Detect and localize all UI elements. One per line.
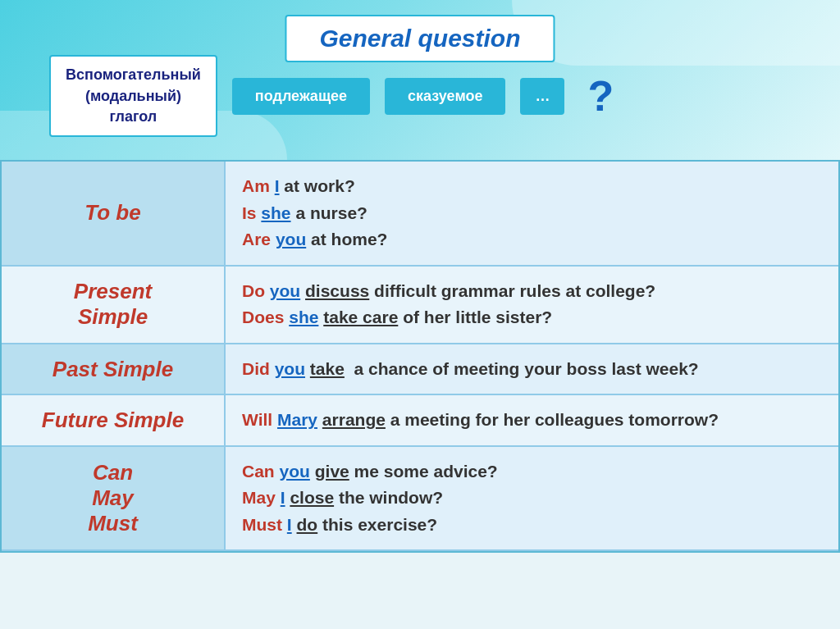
aux-verb: Must: [242, 515, 282, 534]
label-to-be: To be: [8, 200, 217, 226]
table-row: Can May Must Can you give me some advice…: [2, 446, 838, 551]
subject: she: [289, 308, 318, 326]
example-to-be-1: Am I at work?: [242, 173, 822, 200]
content-cell-future-simple: Will Mary arrange a meeting for her coll…: [225, 394, 838, 446]
formula-predicate: сказуемое: [385, 78, 505, 115]
example-modal-2: May I close the window?: [242, 485, 822, 512]
example-future-simple-1: Will Mary arrange a meeting for her coll…: [242, 407, 822, 434]
verb: give: [315, 462, 349, 481]
example-modal-3: Must I do this exercise?: [242, 512, 822, 539]
label-cell-modal: Can May Must: [2, 446, 225, 551]
table-row: To be Am I at work? Is she a nurse? Are …: [2, 162, 838, 266]
content-cell-present-simple: Do you discuss difficult grammar rules a…: [225, 266, 838, 344]
verb: discuss: [305, 281, 369, 300]
subject: Mary: [277, 410, 317, 429]
example-present-simple-1: Do you discuss difficult grammar rules a…: [242, 278, 822, 305]
label-past-simple: Past Simple: [8, 357, 217, 382]
table-row: Past Simple Did you take a chance of mee…: [2, 344, 838, 395]
subject: she: [261, 203, 290, 222]
label-can: Can: [8, 460, 217, 485]
header-area: General question Вспомогательный (модаль…: [0, 0, 840, 160]
label-present-simple-2: Simple: [8, 304, 217, 330]
formula-row: Вспомогательный (модальный) глагол подле…: [49, 55, 614, 137]
content-cell-modal: Can you give me some advice? May I close…: [225, 446, 838, 551]
page-title: General question: [319, 25, 520, 52]
example-present-simple-2: Does she take care of her little sister?: [242, 304, 822, 331]
question-mark-icon: ?: [587, 71, 614, 121]
aux-verb: Am: [242, 176, 270, 195]
label-cell-to-be: To be: [2, 162, 225, 266]
label-cell-present-simple: Present Simple: [2, 266, 225, 344]
aux-verb: May: [242, 488, 276, 507]
content-cell-to-be: Am I at work? Is she a nurse? Are you at…: [225, 162, 838, 266]
example-to-be-3: Are you at home?: [242, 226, 822, 253]
example-past-simple-1: Did you take a chance of meeting your bo…: [242, 356, 822, 383]
label-future-simple: Future Simple: [8, 408, 217, 433]
aux-verb: Is: [242, 203, 257, 222]
subject: I: [275, 176, 280, 195]
aux-verb: Are: [242, 230, 271, 248]
verb: take: [310, 359, 345, 378]
formula-aux-verb: Вспомогательный (модальный) глагол: [49, 55, 217, 137]
aux-verb: Will: [242, 410, 272, 429]
verb: take care: [323, 308, 398, 326]
grammar-table: To be Am I at work? Is she a nurse? Are …: [2, 162, 838, 551]
table-row: Present Simple Do you discuss difficult …: [2, 266, 838, 344]
label-present-simple: Present: [8, 279, 217, 304]
example-to-be-2: Is she a nurse?: [242, 200, 822, 227]
label-may: May: [8, 485, 217, 511]
table-row: Future Simple Will Mary arrange a meetin…: [2, 394, 838, 446]
aux-verb: Do: [242, 281, 265, 300]
aux-verb: Can: [242, 462, 275, 481]
aux-verb: Did: [242, 359, 270, 378]
aux-verb: Does: [242, 308, 284, 326]
subject: you: [275, 359, 305, 378]
label-cell-future-simple: Future Simple: [2, 394, 225, 446]
subject: you: [270, 281, 300, 300]
subject: I: [281, 488, 285, 507]
verb: close: [290, 488, 334, 507]
grammar-table-container: To be Am I at work? Is she a nurse? Are …: [0, 160, 840, 553]
subject: I: [287, 515, 292, 534]
example-modal-1: Can you give me some advice?: [242, 458, 822, 485]
content-cell-past-simple: Did you take a chance of meeting your bo…: [225, 344, 838, 395]
subject: you: [280, 462, 310, 481]
formula-subject: подлежащее: [232, 78, 370, 115]
verb: do: [297, 515, 318, 534]
verb: arrange: [322, 410, 386, 429]
formula-ellipsis: …: [520, 78, 564, 115]
label-cell-past-simple: Past Simple: [2, 344, 225, 395]
subject: you: [276, 230, 306, 248]
label-must: Must: [8, 511, 217, 536]
